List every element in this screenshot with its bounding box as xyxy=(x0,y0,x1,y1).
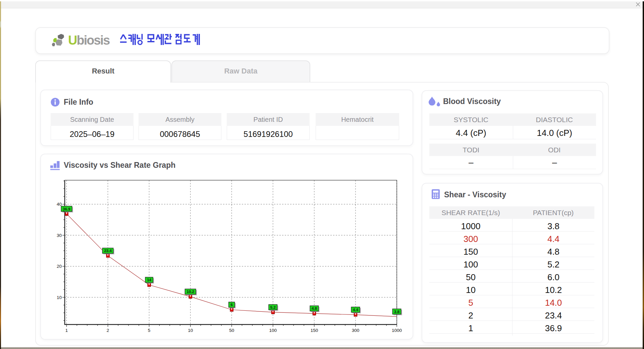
svg-text:2: 2 xyxy=(107,328,109,333)
svg-text:36.9: 36.9 xyxy=(63,207,70,211)
svg-text:1000: 1000 xyxy=(392,328,402,333)
svg-text:300: 300 xyxy=(352,328,360,333)
svg-text:30: 30 xyxy=(57,233,62,238)
svg-text:14: 14 xyxy=(147,278,151,282)
svg-text:1: 1 xyxy=(65,328,68,333)
svg-text:23.4: 23.4 xyxy=(104,249,112,253)
svg-text:10: 10 xyxy=(57,295,62,300)
svg-text:50: 50 xyxy=(229,328,234,333)
svg-text:5.2: 5.2 xyxy=(270,305,276,309)
svg-text:100: 100 xyxy=(269,328,277,333)
svg-text:6: 6 xyxy=(230,303,232,307)
svg-text:3.8: 3.8 xyxy=(394,310,400,314)
svg-text:5: 5 xyxy=(148,328,151,333)
svg-text:10: 10 xyxy=(188,328,193,333)
svg-text:4.4: 4.4 xyxy=(353,308,359,312)
svg-text:20: 20 xyxy=(57,264,62,269)
svg-text:10.2: 10.2 xyxy=(187,290,194,294)
svg-text:4.8: 4.8 xyxy=(312,306,317,310)
svg-text:150: 150 xyxy=(311,328,318,333)
svg-text:40: 40 xyxy=(57,202,62,207)
